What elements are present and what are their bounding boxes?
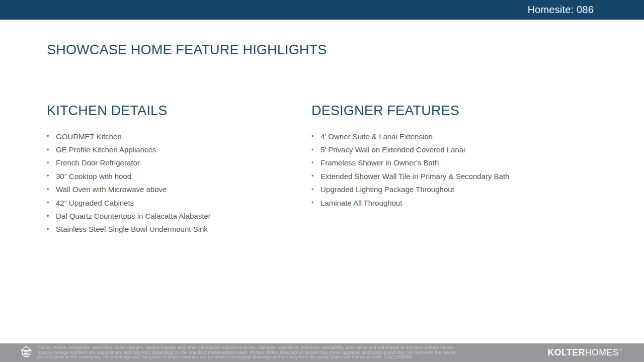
list-item-label: Wall Oven with Microwave above: [56, 185, 167, 194]
section-heading-designer-features: DESIGNER FEATURES: [311, 103, 459, 119]
bullet-icon: •: [311, 199, 320, 206]
page-title: SHOWCASE HOME FEATURE HIGHLIGHTS: [47, 42, 327, 58]
kitchen-details-list: •GOURMET Kitchen •GE Profile Kitchen App…: [47, 130, 211, 236]
bullet-icon: •: [47, 146, 56, 153]
section-heading-kitchen-details: KITCHEN DETAILS: [47, 103, 168, 119]
list-item: •42” Upgraded Cabinets: [47, 196, 211, 209]
list-item-label: Laminate All Throughout: [320, 199, 402, 207]
bullet-icon: •: [47, 213, 56, 220]
bullet-icon: •: [47, 226, 56, 233]
list-item-label: Frameless Shower in Owner’s Bath: [320, 158, 439, 167]
logo-text-regular: HOMES: [585, 347, 619, 358]
logo-text-bold: KOLTER: [548, 347, 585, 358]
equal-housing-opportunity-icon: [20, 345, 32, 360]
bullet-icon: •: [47, 186, 56, 193]
bullet-icon: •: [47, 133, 56, 140]
bullet-icon: •: [311, 133, 320, 140]
list-item-label: Dal Quartz Countertops in Calacatta Alab…: [56, 212, 211, 220]
list-item: •30” Cooktop with hood: [47, 169, 211, 183]
disclaimer-text: ©2022. Prices, homesites, amenities, hom…: [37, 345, 555, 360]
list-item: •4’ Owner Suite & Lanai Extension: [311, 130, 509, 143]
list-item-label: 30” Cooktop with hood: [56, 172, 131, 180]
kolter-homes-logo: KOLTERHOMES®: [548, 343, 622, 362]
disclaimer-line-3: priced homes in the community. All rende…: [37, 355, 555, 360]
list-item-label: Extended Shower Wall Tile in Primary & S…: [320, 172, 509, 180]
bullet-icon: •: [311, 146, 320, 153]
list-item-label: 5’ Privacy Wall on Extended Covered Lana…: [320, 145, 465, 154]
footer-bar: ©2022. Prices, homesites, amenities, hom…: [0, 343, 644, 362]
list-item: •5’ Privacy Wall on Extended Covered Lan…: [311, 143, 509, 156]
homesite-label: Homesite: 086: [527, 4, 594, 16]
list-item-label: GE Profile Kitchen Appliances: [56, 145, 156, 154]
list-item-label: French Door Refrigerator: [56, 158, 140, 167]
slide: Homesite: 086 SHOWCASE HOME FEATURE HIGH…: [0, 0, 644, 362]
registered-trademark-icon: ®: [619, 348, 622, 351]
bullet-icon: •: [311, 159, 320, 166]
designer-features-list: •4’ Owner Suite & Lanai Extension •5’ Pr…: [311, 130, 509, 209]
list-item: •French Door Refrigerator: [47, 156, 211, 169]
list-item: •Dal Quartz Countertops in Calacatta Ala…: [47, 209, 211, 222]
bullet-icon: •: [311, 172, 320, 179]
list-item: •Frameless Shower in Owner’s Bath: [311, 156, 509, 169]
list-item: •Stainless Steel Single Bowl Undermount …: [47, 223, 211, 236]
list-item: •GOURMET Kitchen: [47, 130, 211, 143]
list-item: •Upgraded Lighting Package Throughout: [311, 183, 509, 196]
list-item-label: Upgraded Lighting Package Throughout: [320, 185, 454, 194]
bullet-icon: •: [47, 199, 56, 206]
bullet-icon: •: [311, 186, 320, 193]
bullet-icon: •: [47, 172, 56, 179]
list-item-label: 42” Upgraded Cabinets: [56, 199, 134, 207]
list-item-label: GOURMET Kitchen: [56, 132, 122, 141]
list-item: •GE Profile Kitchen Appliances: [47, 143, 211, 156]
list-item: •Extended Shower Wall Tile in Primary & …: [311, 169, 509, 183]
list-item-label: Stainless Steel Single Bowl Undermount S…: [56, 225, 208, 233]
bullet-icon: •: [47, 159, 56, 166]
list-item: •Wall Oven with Microwave above: [47, 183, 211, 196]
list-item-label: 4’ Owner Suite & Lanai Extension: [320, 132, 433, 141]
list-item: •Laminate All Throughout: [311, 196, 509, 209]
top-bar: Homesite: 086: [0, 0, 644, 20]
